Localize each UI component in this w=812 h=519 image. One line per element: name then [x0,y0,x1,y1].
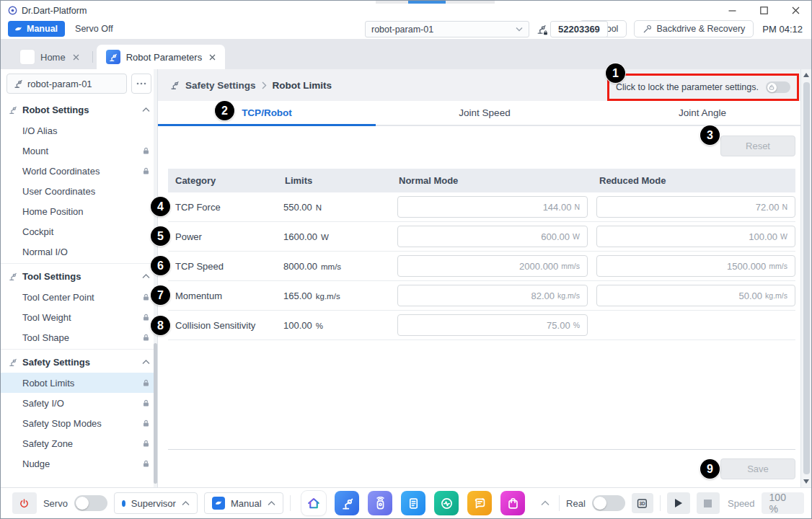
simulator-3d-button[interactable]: 3D [632,493,653,513]
sidebar-item-tool-shape[interactable]: Tool Shape [1,327,157,347]
speed-value[interactable]: 100 % [762,492,804,514]
main-scrollbar-thumb[interactable] [803,82,810,474]
sidebar-item-safety-stop-modes[interactable]: Safety Stop Modes [1,413,157,433]
app-title: Dr.Dart-Platform [22,6,87,16]
more-options-button[interactable] [131,74,151,94]
dock-expand-chevron-icon[interactable] [537,495,552,511]
title-bar: Dr.Dart-Platform [1,1,811,20]
reset-button[interactable]: Reset [720,136,795,156]
normal-mode-input[interactable]: 2000.000mm/s [397,255,588,277]
backdrive-recovery-button[interactable]: Backdrive & Recovery [634,20,754,37]
table-row-tcp-speed: TCP Speed 8000.00mm/s 2000.000mm/s 1500.… [168,252,795,281]
sidebar: robot-param-01 Robot Settings I/O Alias … [1,69,158,487]
lock-icon [142,334,150,342]
reduced-mode-input[interactable]: 72.00N [596,196,795,218]
sidebar-group-robot-settings[interactable]: Robot Settings [1,99,157,120]
sidebar-parameter-name[interactable]: robot-param-01 [6,74,127,94]
power-button[interactable] [12,492,37,514]
sidebar-item-home-position[interactable]: Home Position [1,201,157,221]
robot-icon [169,80,180,90]
chevron-up-icon [142,360,150,365]
unlock-icon [767,83,777,92]
robot-serial-number[interactable]: 52203369 [550,21,608,37]
tab-tcp-robot[interactable]: TCP/Robot [158,101,376,126]
sidebar-item-cockpit[interactable]: Cockpit [1,221,157,241]
robot-parameters-app-icon[interactable] [335,491,359,515]
table-row-tcp-force: TCP Force 550.00N 144.00N 72.00N [168,192,795,222]
robot-icon [13,79,23,89]
sidebar-item-tool-center-point[interactable]: Tool Center Point [1,287,157,307]
play-button[interactable] [667,492,690,514]
top-toolbar: Manual Servo Off robot-param-01 52203369… [1,20,811,39]
speed-label: Speed [728,498,755,509]
bottombar-divider [660,495,661,511]
sidebar-item-safety-io[interactable]: Safety I/O [1,393,157,413]
wrench-icon [643,25,652,34]
main-scrollbar[interactable] [800,69,811,487]
tab-joint-angle[interactable]: Joint Angle [593,101,811,125]
reduced-mode-input[interactable]: 1500.000mm/s [596,255,795,277]
servo-toggle[interactable] [74,495,107,511]
svg-text:3D: 3D [640,501,646,506]
sidebar-item-mount[interactable]: Mount [1,141,157,161]
normal-mode-input[interactable]: 82.00kg.m/s [397,285,588,306]
scroll-down-icon[interactable] [801,476,811,487]
sidebar-item-normal-io[interactable]: Normal I/O [1,241,157,262]
manual-mode-button[interactable]: Manual [8,21,65,37]
sidebar-group-tool-settings[interactable]: Tool Settings [1,265,157,287]
message-app-icon[interactable] [467,491,492,515]
close-icon[interactable] [780,1,811,20]
jog-app-icon[interactable] [368,491,392,515]
sidebar-scrollbar-thumb[interactable] [154,343,157,484]
sidebar-item-safety-zone[interactable]: Safety Zone [1,433,157,453]
home-app-icon[interactable] [301,491,326,515]
normal-mode-input[interactable]: 144.00N [397,196,588,218]
reduced-mode-input[interactable]: 100.00W [596,226,795,247]
robot-icon [8,358,17,367]
sidebar-item-user-coordinates[interactable]: User Coordinates [1,181,157,201]
sidebar-item-world-coordinates[interactable]: World Coordinates [1,161,157,181]
normal-mode-input[interactable]: 600.00W [397,226,588,247]
reduced-mode-input[interactable]: 50.00kg.m/s [596,285,795,306]
tab-robot-parameters[interactable]: Robot Parameters [97,45,226,69]
parameter-lock-toggle[interactable] [766,81,790,93]
sidebar-group-safety-settings[interactable]: Safety Settings [1,351,157,373]
task-writer-app-icon[interactable] [401,491,425,515]
parameter-select[interactable]: robot-param-01 [365,21,529,37]
operation-mode-select[interactable]: Manual [204,492,284,514]
tab-joint-speed[interactable]: Joint Speed [376,101,593,125]
lock-icon [142,167,150,175]
close-tab-icon[interactable] [73,54,79,61]
minimize-icon[interactable] [716,1,748,20]
sidebar-item-io-alias[interactable]: I/O Alias [1,120,157,141]
tab-home[interactable]: Home [11,45,89,69]
chevron-up-icon [142,274,150,279]
robot-icon [8,105,17,115]
robot-icon [8,272,17,281]
app-logo-icon [8,6,17,15]
scroll-up-icon[interactable] [801,69,811,81]
stop-button[interactable] [697,492,720,514]
sidebar-nav: Robot Settings I/O Alias Mount World Coo… [1,97,157,475]
breadcrumb-parent[interactable]: Safety Settings [185,80,256,91]
maximize-icon[interactable] [748,1,780,20]
real-mode-toggle[interactable] [592,495,625,511]
user-role-select[interactable]: Supervisor [114,492,198,514]
save-button[interactable]: Save [720,458,795,479]
limits-content: Reset Category Limits Normal Mode Reduce… [158,126,811,487]
monitoring-app-icon[interactable] [434,491,459,515]
sidebar-item-robot-limits[interactable]: Robot Limits [1,373,157,393]
close-tab-icon[interactable] [209,54,216,61]
robot-parameters-tab-icon [106,50,120,64]
sidebar-scrollbar[interactable] [154,69,157,487]
lock-icon [142,420,150,427]
real-mode-label: Real [566,498,586,509]
bottom-status-bar: Servo Supervisor Manual [1,487,811,518]
tab-separator [92,51,93,63]
store-app-icon[interactable] [500,491,525,515]
sidebar-item-tool-weight[interactable]: Tool Weight [1,307,157,327]
play-icon [675,499,682,507]
sidebar-item-nudge[interactable]: Nudge [1,453,157,474]
normal-mode-input[interactable]: 75.00% [397,314,588,336]
app-window: Dr.Dart-Platform Manual Servo Off robot-… [0,0,812,519]
